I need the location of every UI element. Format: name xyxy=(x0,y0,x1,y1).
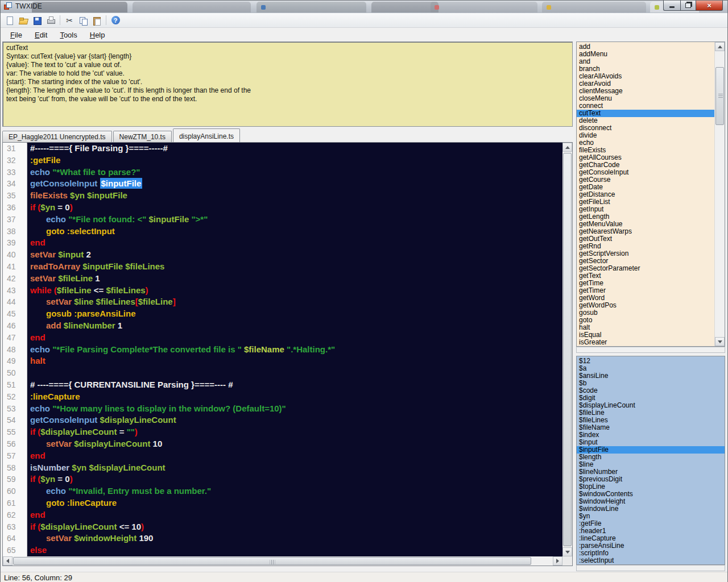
help-text-line: {length}: The length of the value to 'cu… xyxy=(6,86,569,95)
command-item[interactable]: gosub xyxy=(577,309,715,317)
line-number: 51 xyxy=(3,379,27,391)
arrow-right-icon xyxy=(556,559,559,563)
code-row: 41readToArray $inputFile $fileLines xyxy=(3,261,562,273)
open-file-button[interactable] xyxy=(16,14,30,27)
code-editor[interactable]: 31#-----===={ File Parsing }====-----#32… xyxy=(2,142,573,566)
variable-item[interactable]: $b xyxy=(577,380,725,387)
command-item[interactable]: addMenu xyxy=(577,51,715,58)
vertical-scroll-thumb[interactable] xyxy=(563,153,572,546)
arrow-up-icon xyxy=(718,45,722,48)
copy-button[interactable] xyxy=(76,14,90,27)
code-line: if ($yn = 0) xyxy=(27,473,73,485)
code-view[interactable]: 31#-----===={ File Parsing }====-----#32… xyxy=(3,143,562,556)
command-item[interactable]: disconnect xyxy=(577,124,715,132)
variable-item[interactable]: $fileName xyxy=(577,424,725,431)
variable-item[interactable]: $index xyxy=(577,431,725,439)
code-token: setVar xyxy=(46,439,74,448)
editor-vertical-scrollbar[interactable] xyxy=(562,143,572,556)
print-button[interactable] xyxy=(44,14,57,27)
menu-file[interactable]: File xyxy=(4,29,28,41)
help-text-line: {start}: The starting index of the value… xyxy=(6,78,569,86)
background-tab-icon xyxy=(655,5,659,10)
tab-EP_Haggle2011-Unencrypted-ts[interactable]: EP_Haggle2011 Unencrypted.ts xyxy=(2,131,112,142)
scroll-up-button[interactable] xyxy=(715,42,725,51)
code-token: "" xyxy=(127,427,135,436)
line-number: 46 xyxy=(3,320,27,332)
code-row: 31#-----===={ File Parsing }====-----# xyxy=(3,143,562,155)
editor-horizontal-scrollbar[interactable] xyxy=(3,556,562,566)
line-number: 57 xyxy=(3,450,27,462)
scroll-down-button[interactable] xyxy=(562,547,572,556)
variable-item[interactable]: $ansiLine xyxy=(577,372,725,380)
paste-button[interactable] xyxy=(90,14,104,27)
variable-item[interactable]: :selectInput xyxy=(577,557,725,564)
line-number: 60 xyxy=(3,485,27,497)
horizontal-scroll-thumb[interactable] xyxy=(13,557,531,565)
scroll-right-button[interactable] xyxy=(553,556,562,566)
code-token: "*File not found: <" xyxy=(68,214,148,224)
line-number: 61 xyxy=(3,497,27,509)
code-line: echo "*File not found: <" $inputFile ">*… xyxy=(27,214,208,226)
close-button[interactable]: × xyxy=(696,1,723,11)
line-number: 48 xyxy=(3,344,27,356)
code-token: setVar xyxy=(46,533,74,543)
code-token: setVar xyxy=(30,250,58,259)
line-number: 31 xyxy=(3,143,27,155)
scroll-down-button[interactable] xyxy=(715,337,725,346)
variable-item[interactable]: $windowLine xyxy=(577,505,725,513)
save-button[interactable] xyxy=(30,14,44,27)
code-line: echo "*Invalid, Entry must be a number." xyxy=(27,485,211,497)
cut-button[interactable]: ✂ xyxy=(63,14,76,27)
line-number: 44 xyxy=(3,296,27,308)
commands-list: addaddMenuandbranchclearAllAvoidsclearAv… xyxy=(577,42,715,346)
variable-item[interactable]: $code xyxy=(577,387,725,394)
menu-help[interactable]: Help xyxy=(84,29,111,41)
code-token: ) xyxy=(70,202,73,212)
code-token: end xyxy=(30,451,46,460)
code-row: 61goto :lineCapture xyxy=(3,497,562,509)
line-number: 32 xyxy=(3,155,27,167)
code-token: if ( xyxy=(30,427,40,436)
menu-edit[interactable]: Edit xyxy=(28,29,53,41)
code-row: 58isNumber $yn $displayLineCount xyxy=(3,462,562,474)
code-token: = 0 xyxy=(55,202,69,212)
code-row: 64setVar $windowHeight 190 xyxy=(3,533,562,544)
command-item[interactable]: goto xyxy=(577,317,715,324)
menu-tools[interactable]: Tools xyxy=(53,29,83,41)
variable-item[interactable]: $length xyxy=(577,454,725,461)
command-item[interactable]: isGreater xyxy=(577,339,715,346)
code-token: $input xyxy=(58,250,84,259)
tab-NewZTM_10-ts[interactable]: NewZTM_10.ts xyxy=(113,131,172,142)
scroll-left-button[interactable] xyxy=(3,556,13,566)
help-text-line: text being 'cut' from, the value will be… xyxy=(6,95,569,103)
variables-horizontal-scrollbar[interactable] xyxy=(576,565,725,571)
code-line: goto :selectInput xyxy=(27,226,115,238)
code-token: gosub :parseAnsiLine xyxy=(46,309,136,318)
code-token: 1 xyxy=(93,273,100,283)
code-row: 38goto :selectInput xyxy=(3,226,562,238)
command-item[interactable]: divide xyxy=(577,132,715,139)
toolbar: ✂? xyxy=(1,13,727,28)
vertical-scroll-thumb[interactable] xyxy=(715,67,724,125)
variable-item[interactable]: $12 xyxy=(577,357,725,365)
line-number: 54 xyxy=(3,414,27,426)
code-token: $displayLineCount xyxy=(89,463,165,472)
arrow-left-icon xyxy=(6,559,9,563)
code-token: goto :lineCapture xyxy=(46,498,117,508)
commands-horizontal-scrollbar[interactable] xyxy=(576,347,725,353)
commands-scrollbar[interactable] xyxy=(714,42,725,346)
line-number: 62 xyxy=(3,509,27,521)
code-row: 34getConsoleInput $inputFile xyxy=(3,178,562,190)
code-token: end xyxy=(30,510,46,519)
code-token: #-----===={ File Parsing }====-----# xyxy=(30,143,168,153)
close-icon: × xyxy=(707,2,712,9)
line-number: 38 xyxy=(3,226,27,238)
minimize-button[interactable] xyxy=(663,1,680,11)
scroll-up-button[interactable] xyxy=(562,143,572,152)
new-file-button[interactable] xyxy=(3,14,16,27)
window-title: TWXIDE xyxy=(15,2,42,10)
tab-displayAnsiLine-ts[interactable]: displayAnsiLine.ts xyxy=(173,128,240,142)
help-button[interactable]: ? xyxy=(109,14,122,27)
restore-button[interactable] xyxy=(680,1,696,11)
line-number: 65 xyxy=(3,544,27,556)
